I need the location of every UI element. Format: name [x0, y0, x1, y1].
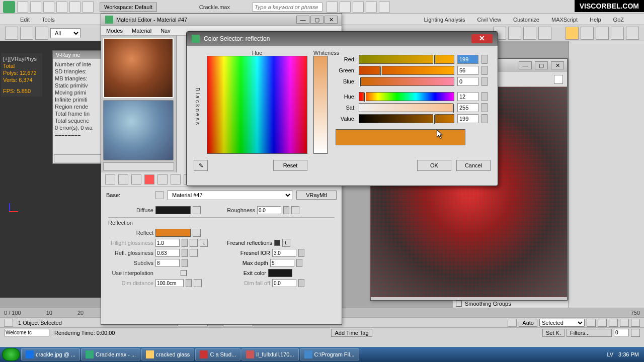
reflect-swatch[interactable] [155, 229, 191, 237]
material-editor-titlebar[interactable]: Material Editor - Material #47 — ▢ ✕ [101, 14, 342, 26]
value-input[interactable] [457, 114, 478, 123]
subdivs-input[interactable] [155, 259, 180, 267]
fresnel-ior-spinner[interactable] [298, 249, 304, 257]
keymode-icon[interactable] [508, 319, 517, 327]
roughness-spinner[interactable] [283, 206, 289, 214]
max-depth-input[interactable] [270, 259, 294, 267]
use-interp-checkbox[interactable] [181, 270, 187, 276]
close-button[interactable]: ✕ [325, 16, 338, 24]
subdivs-spinner[interactable] [182, 259, 188, 267]
spotlight-icon[interactable] [353, 2, 364, 13]
vray-messages-title[interactable]: V-Ray me [53, 51, 102, 59]
next-frame-icon[interactable] [620, 319, 629, 327]
dim-falloff-spinner[interactable] [298, 279, 304, 287]
dim-distance-map-button[interactable] [194, 279, 202, 287]
bind-icon[interactable] [35, 27, 48, 40]
dim-falloff-input[interactable] [272, 279, 296, 287]
value-slider[interactable] [359, 114, 454, 123]
ok-button[interactable]: OK [417, 160, 451, 171]
time-config-icon[interactable] [631, 329, 640, 337]
render-prod-icon[interactable] [523, 27, 536, 40]
render-close-button[interactable]: ✕ [551, 61, 564, 69]
whiteness-slider[interactable] [313, 56, 328, 154]
render-last-icon[interactable] [538, 27, 551, 40]
blue-spinner[interactable] [481, 77, 488, 86]
set-key-button[interactable]: Set K. [542, 329, 565, 337]
start-button[interactable] [2, 348, 20, 361]
redo-icon[interactable] [69, 2, 80, 13]
fresnel-lock-button[interactable]: L [282, 239, 290, 247]
system-tray[interactable]: LV 3:36 PM [607, 351, 642, 357]
fresnel-ior-input[interactable] [272, 249, 296, 257]
roughness-map-button[interactable] [291, 206, 299, 214]
hue-spinner[interactable] [481, 92, 488, 101]
render-minimize-button[interactable]: — [519, 61, 532, 69]
green-slider[interactable] [359, 66, 454, 75]
mat-menu-material[interactable]: Material [132, 28, 151, 34]
material-type-button[interactable]: VRayMtl [296, 191, 337, 200]
prev-frame-icon[interactable] [598, 319, 607, 327]
save-file-icon[interactable] [43, 2, 54, 13]
dim-distance-spinner[interactable] [186, 279, 192, 287]
filter-selector[interactable]: All [50, 28, 80, 38]
assign-material-icon[interactable] [131, 174, 141, 185]
hilight-lock-button[interactable]: L [200, 239, 208, 247]
taskbar-item-photoshop[interactable]: crackle.jpg @ ... [21, 348, 80, 360]
refl-gloss-input[interactable] [155, 249, 180, 257]
tray-clock[interactable]: 3:36 PM [618, 351, 639, 357]
color-selector-dialog[interactable]: Color Selector: reflection ✕ Blackness H… [186, 31, 498, 186]
goto-end-icon[interactable] [631, 319, 640, 327]
smoothing-checkbox[interactable] [456, 301, 462, 307]
vray-messages-panel[interactable]: V-Ray me Number of inteSD triangles: MB … [52, 50, 103, 164]
red-slider[interactable] [359, 55, 454, 64]
blue-input[interactable] [457, 77, 478, 86]
menu-help[interactable]: Help [590, 17, 601, 23]
menu-goz[interactable]: GoZ [613, 17, 624, 23]
current-frame-input[interactable] [614, 329, 629, 336]
goto-start-icon[interactable] [587, 319, 596, 327]
tray-lang[interactable]: LV [607, 351, 613, 357]
red-spinner[interactable] [481, 55, 488, 64]
auto-key-button[interactable]: Auto [519, 319, 537, 327]
render-maximize-button[interactable]: ▢ [535, 61, 548, 69]
taskbar-item-3dsmax[interactable]: Crackle.max - ... [81, 348, 140, 360]
vray-messages-scrollbar[interactable] [54, 154, 101, 162]
reflect-map-button[interactable] [193, 229, 201, 237]
taskbar-item-vray[interactable]: C:\Program Fil... [300, 348, 359, 360]
reset-map-icon[interactable] [144, 174, 154, 185]
value-spinner[interactable] [481, 114, 488, 123]
hue-field[interactable] [207, 56, 307, 154]
new-file-icon[interactable] [17, 2, 28, 13]
red-input[interactable] [457, 55, 478, 64]
sat-input[interactable] [457, 103, 478, 112]
link-icon[interactable] [83, 2, 94, 13]
hilight-map-button[interactable] [190, 239, 198, 247]
vray-tool-4-icon[interactable] [611, 27, 624, 40]
key-filters-button[interactable]: Filters... [567, 329, 612, 337]
vray-tool-1-icon[interactable] [566, 27, 579, 40]
menu-maxscript[interactable]: MAXScript [551, 17, 578, 23]
diffuse-swatch[interactable] [155, 206, 191, 214]
binoculars-icon[interactable] [340, 2, 351, 13]
favorites-icon[interactable] [366, 2, 377, 13]
search-go-icon[interactable] [327, 2, 338, 13]
app-icon-3ds[interactable] [3, 1, 15, 13]
sat-spinner[interactable] [481, 103, 488, 112]
fresnel-checkbox[interactable] [274, 240, 280, 246]
reset-button[interactable]: Reset [273, 160, 307, 171]
green-input[interactable] [457, 66, 478, 75]
maxscript-mini-listener[interactable] [4, 329, 49, 336]
refl-gloss-map-button[interactable] [190, 249, 198, 257]
mat-menu-nav[interactable]: Nav [160, 28, 171, 34]
make-copy-icon[interactable] [157, 174, 168, 185]
menu-edit[interactable]: Edit [20, 17, 30, 23]
menu-tools[interactable]: Tools [42, 17, 55, 23]
dim-distance-input[interactable] [155, 279, 184, 287]
taskbar-item-explorer[interactable]: cracked glass [141, 348, 194, 360]
render-frame-icon[interactable] [508, 27, 521, 40]
render-channel-swatch[interactable] [554, 75, 563, 84]
maximize-button[interactable]: ▢ [310, 16, 324, 24]
command-panel[interactable] [569, 41, 644, 318]
play-icon[interactable] [609, 319, 618, 327]
pick-material-icon[interactable] [155, 191, 164, 199]
